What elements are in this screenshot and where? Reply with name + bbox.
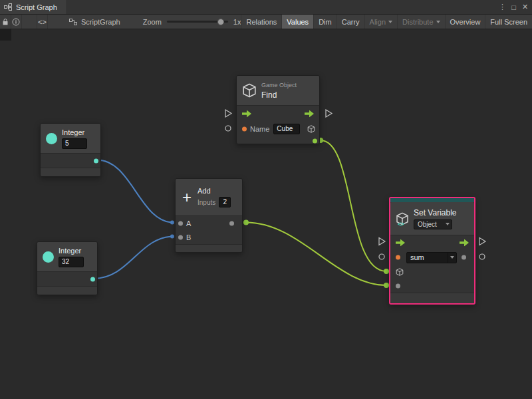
zoom-slider[interactable] xyxy=(167,21,228,23)
add-input-b-port[interactable] xyxy=(178,235,183,239)
script-graph-icon xyxy=(69,18,77,26)
integer-value-input[interactable]: 5 xyxy=(62,138,87,149)
node-title: Add xyxy=(198,187,231,195)
zoom-control: Zoom 1x xyxy=(143,15,241,29)
dropdown-button[interactable] xyxy=(448,253,456,263)
window-controls: ⋮ □ ✕ xyxy=(497,0,532,14)
node-title: Integer xyxy=(59,247,84,255)
inputs-label: Inputs xyxy=(198,199,215,206)
window-titlebar: Script Graph ⋮ □ ✕ xyxy=(0,0,532,15)
graph-breadcrumb[interactable]: ScriptGraph xyxy=(69,15,120,29)
port-row-b: B xyxy=(176,230,242,244)
integer-node-top[interactable]: Integer 5 xyxy=(40,123,101,177)
zoom-value: 1x xyxy=(233,18,241,26)
align-label: Align xyxy=(370,18,386,26)
flow-port-row xyxy=(237,106,319,122)
window-close-icon[interactable]: ✕ xyxy=(519,0,531,14)
variable-kind-label: Object xyxy=(414,220,446,229)
flow-input-arrow-icon[interactable] xyxy=(396,239,405,247)
dim-button[interactable]: Dim xyxy=(313,15,336,29)
variable-kind-dropdown[interactable]: Object xyxy=(414,219,452,229)
name-label: Name xyxy=(250,125,269,133)
distribute-button[interactable]: Distribute xyxy=(397,15,444,29)
info-icon xyxy=(12,18,20,26)
variable-name-row: sum xyxy=(390,250,474,265)
window-maximize-icon[interactable]: □ xyxy=(508,0,519,14)
values-button[interactable]: Values xyxy=(281,15,313,29)
zoom-slider-handle[interactable] xyxy=(217,19,224,25)
add-icon: + xyxy=(181,190,193,205)
overview-button[interactable]: Overview xyxy=(445,15,485,29)
relations-label: Relations xyxy=(246,18,277,26)
node-category: Game Object xyxy=(261,82,297,88)
add-output-sum-port[interactable] xyxy=(229,221,234,225)
tab-title: Script Graph xyxy=(16,3,57,11)
set-variable-node[interactable]: <> Set Variable Object sum xyxy=(389,197,475,305)
integer-output-port[interactable] xyxy=(90,277,95,281)
info-button[interactable] xyxy=(11,15,23,29)
integer-icon xyxy=(43,251,54,263)
node-title: Integer xyxy=(62,128,87,136)
fullscreen-label: Full Screen xyxy=(490,18,527,26)
find-node[interactable]: Game Object Find Name Cube xyxy=(236,75,320,144)
game-object-cube-icon xyxy=(242,83,257,98)
node-footer xyxy=(390,293,474,303)
find-result-output-port[interactable] xyxy=(313,138,317,143)
relations-button[interactable]: Relations xyxy=(241,15,281,29)
add-input-a-port[interactable] xyxy=(178,221,183,225)
code-view-button[interactable]: <> xyxy=(37,15,48,29)
game-object-input-port-icon[interactable] xyxy=(396,268,404,276)
result-output-row xyxy=(237,136,319,145)
node-header[interactable]: + Add Inputs 2 xyxy=(176,179,242,216)
integer-node-bottom[interactable]: Integer 32 xyxy=(37,241,98,295)
flow-port-row xyxy=(390,235,474,250)
value-input-port[interactable] xyxy=(396,283,400,288)
port-b-label: B xyxy=(186,233,191,241)
node-header[interactable]: Integer 5 xyxy=(41,124,100,154)
node-footer xyxy=(37,286,97,295)
output-row xyxy=(37,272,97,286)
value-port-row xyxy=(390,279,474,293)
flow-output-arrow-icon[interactable] xyxy=(305,110,314,118)
lock-button[interactable] xyxy=(0,15,11,29)
node-footer xyxy=(41,168,100,176)
integer-value-input[interactable]: 32 xyxy=(59,257,84,267)
values-label: Values xyxy=(287,18,309,26)
integer-icon xyxy=(46,133,57,144)
game-object-type-icon xyxy=(307,125,315,133)
canvas-corner-square xyxy=(0,29,11,41)
dropdown-arrow-icon xyxy=(436,21,440,23)
fullscreen-button[interactable]: Full Screen xyxy=(485,15,532,29)
node-header[interactable]: <> Set Variable Object xyxy=(390,202,474,235)
name-value-input[interactable]: Cube xyxy=(273,124,300,134)
window-menu-icon[interactable]: ⋮ xyxy=(497,0,508,14)
node-footer xyxy=(176,244,242,252)
distribute-label: Distribute xyxy=(402,18,433,26)
carry-label: Carry xyxy=(342,18,360,26)
tab-script-graph[interactable]: Script Graph xyxy=(0,0,67,14)
object-port-row xyxy=(390,265,474,279)
node-header[interactable]: Integer 32 xyxy=(37,242,97,272)
flow-input-arrow-icon[interactable] xyxy=(242,110,251,118)
dropdown-arrow-icon xyxy=(450,256,454,259)
integer-output-port[interactable] xyxy=(94,158,98,163)
variable-name-dropdown[interactable]: sum xyxy=(406,252,457,263)
name-input-port[interactable] xyxy=(242,127,247,132)
align-button[interactable]: Align xyxy=(364,15,397,29)
graph-toolbar: <> ScriptGraph Zoom 1x Relations Values … xyxy=(0,15,532,29)
inputs-count-input[interactable]: 2 xyxy=(219,197,231,207)
node-header[interactable]: Game Object Find xyxy=(237,76,319,106)
port-a-label: A xyxy=(186,219,191,227)
carry-button[interactable]: Carry xyxy=(336,15,364,29)
name-port-row: Name Cube xyxy=(237,122,319,136)
dropdown-arrow-icon xyxy=(388,21,392,23)
add-node[interactable]: + Add Inputs 2 A B xyxy=(175,178,243,253)
port-row-a: A xyxy=(176,216,242,230)
graph-name-label: ScriptGraph xyxy=(81,18,120,26)
code-view-label: <> xyxy=(38,18,47,26)
flow-output-arrow-icon[interactable] xyxy=(460,239,469,247)
variable-name-value: sum xyxy=(407,253,448,262)
variable-name-input-port[interactable] xyxy=(396,255,400,260)
variable-value-output-port[interactable] xyxy=(462,255,466,260)
overview-label: Overview xyxy=(450,18,481,26)
